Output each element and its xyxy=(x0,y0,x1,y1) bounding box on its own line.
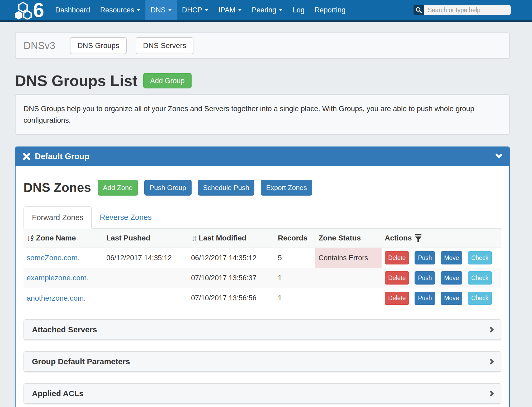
move-button[interactable]: Move xyxy=(441,292,462,305)
section-label: Group Default Parameters xyxy=(32,357,130,366)
zone-link[interactable]: someZone.com. xyxy=(27,254,80,262)
col-zone-status[interactable]: Zone Status xyxy=(315,229,382,248)
nav-label: IPAM xyxy=(218,6,235,14)
move-button[interactable]: Move xyxy=(441,271,462,285)
col-label: Zone Status xyxy=(319,234,361,242)
chevron-right-icon xyxy=(488,391,494,397)
actions-cell: Delete Push Move Check xyxy=(382,268,501,288)
move-button[interactable]: Move xyxy=(441,251,462,264)
nav-item-log[interactable]: Log xyxy=(288,0,310,20)
group-panel-body: DNS Zones Add Zone Push Group Schedule P… xyxy=(16,166,509,407)
chevron-right-icon xyxy=(488,327,494,333)
last-pushed-cell xyxy=(103,288,188,308)
dns-servers-button[interactable]: DNS Servers xyxy=(136,37,193,54)
search-input[interactable] xyxy=(424,5,511,15)
col-zone-name[interactable]: ↓AZ Zone Name xyxy=(23,229,103,248)
add-group-button[interactable]: Add Group xyxy=(143,73,192,88)
schedule-push-button[interactable]: Schedule Push xyxy=(198,180,255,196)
search-button[interactable] xyxy=(414,5,424,15)
nav-label: DHCP xyxy=(182,6,202,14)
nav-item-peering[interactable]: Peering xyxy=(247,0,288,20)
nav-item-dns[interactable]: DNS xyxy=(145,0,177,20)
subnav-title: DNSv3 xyxy=(23,40,55,51)
description-panel: DNS Groups help you to organize all of y… xyxy=(15,94,510,135)
collapse-chevron-icon[interactable] xyxy=(495,151,502,158)
table-row: someZone.com. 06/12/2017 14:35:12 06/12/… xyxy=(23,248,501,268)
sort-alpha-icon[interactable]: ↓AZ xyxy=(27,234,34,242)
page-header: DNS Groups List Add Group xyxy=(15,73,510,88)
col-label: Records xyxy=(278,234,307,242)
col-label: Zone Name xyxy=(36,234,76,242)
check-button[interactable]: Check xyxy=(468,251,492,264)
delete-button[interactable]: Delete xyxy=(385,271,409,285)
push-button[interactable]: Push xyxy=(415,271,435,285)
last-pushed-cell: 06/12/2017 14:35:12 xyxy=(103,248,188,268)
last-pushed-cell xyxy=(103,268,188,288)
nav-label: Resources xyxy=(100,6,134,14)
zone-link[interactable]: anotherzone.com. xyxy=(27,294,86,302)
caret-down-icon xyxy=(137,9,140,11)
add-zone-button[interactable]: Add Zone xyxy=(98,180,138,196)
nav-item-resources[interactable]: Resources xyxy=(95,0,145,20)
col-label: Actions xyxy=(385,234,412,242)
nav-item-dashboard[interactable]: Dashboard xyxy=(50,0,95,20)
navbar: 6 Dashboard Resources DNS DHCP IPAM Peer… xyxy=(0,0,532,22)
zones-title: DNS Zones xyxy=(23,181,91,194)
section-label: Attached Servers xyxy=(32,325,97,334)
section-attached-servers[interactable]: Attached Servers xyxy=(23,319,501,340)
sort-icon[interactable]: ↓↑ xyxy=(191,234,198,242)
push-button[interactable]: Push xyxy=(415,251,435,264)
actions-cell: Delete Push Move Check xyxy=(382,248,501,268)
caret-down-icon xyxy=(279,9,283,11)
push-button[interactable]: Push xyxy=(415,292,435,305)
dns-subnav-panel: DNSv3 DNS Groups DNS Servers xyxy=(15,32,510,59)
nav-label: DNS xyxy=(150,6,165,14)
col-label: Last Pushed xyxy=(106,234,150,242)
zones-table: ↓AZ Zone Name Last Pushed ↓↑ Last Modifi… xyxy=(23,229,501,308)
tab-forward-zones[interactable]: Forward Zones xyxy=(23,206,92,229)
nav-item-dhcp[interactable]: DHCP xyxy=(177,0,213,20)
nav-item-ipam[interactable]: IPAM xyxy=(213,0,247,20)
nav-label: Dashboard xyxy=(55,6,90,14)
delete-button[interactable]: Delete xyxy=(385,251,409,264)
zone-link[interactable]: examplezone.com. xyxy=(27,274,89,282)
group-title: Default Group xyxy=(35,152,89,161)
last-modified-cell: 07/10/2017 13:56:56 xyxy=(188,288,275,308)
close-icon[interactable] xyxy=(23,153,30,160)
zones-tabs: Forward Zones Reverse Zones xyxy=(23,206,501,229)
nav-label: Log xyxy=(293,6,305,14)
logo[interactable]: 6 xyxy=(15,0,44,20)
nav-item-reporting[interactable]: Reporting xyxy=(310,0,350,20)
records-cell: 1 xyxy=(275,268,315,288)
section-group-default-parameters[interactable]: Group Default Parameters xyxy=(23,351,501,372)
push-group-button[interactable]: Push Group xyxy=(144,180,192,196)
search-icon xyxy=(415,7,422,13)
col-label: Last Modified xyxy=(199,234,246,242)
caret-down-icon xyxy=(238,9,242,11)
nav-label: Peering xyxy=(252,6,276,14)
check-button[interactable]: Check xyxy=(468,292,492,305)
zone-status-cell xyxy=(315,268,382,288)
records-cell: 5 xyxy=(275,248,315,268)
col-records[interactable]: Records xyxy=(275,229,315,248)
group-panel: Default Group DNS Zones Add Zone Push Gr… xyxy=(15,146,510,407)
nav-label: Reporting xyxy=(315,6,345,14)
filter-icon[interactable] xyxy=(415,234,421,242)
check-button[interactable]: Check xyxy=(468,271,492,285)
last-modified-cell: 06/12/2017 14:35:12 xyxy=(188,248,275,268)
dns-groups-button[interactable]: DNS Groups xyxy=(70,37,127,54)
col-last-pushed[interactable]: Last Pushed xyxy=(103,229,188,248)
table-row: examplezone.com. 07/10/2017 13:56:37 1 D… xyxy=(23,268,501,288)
section-applied-acls[interactable]: Applied ACLs xyxy=(23,383,501,404)
search-box xyxy=(414,5,511,15)
caret-down-icon xyxy=(205,9,208,11)
col-last-modified[interactable]: ↓↑ Last Modified xyxy=(188,229,275,248)
group-panel-header[interactable]: Default Group xyxy=(16,147,509,166)
delete-button[interactable]: Delete xyxy=(385,292,409,305)
col-actions: Actions xyxy=(382,229,501,248)
chevron-right-icon xyxy=(488,359,494,365)
tab-reverse-zones[interactable]: Reverse Zones xyxy=(92,206,160,228)
export-zones-button[interactable]: Export Zones xyxy=(261,180,312,196)
logo-hexagons-icon xyxy=(15,1,32,20)
table-row: anotherzone.com. 07/10/2017 13:56:56 1 D… xyxy=(23,288,501,308)
